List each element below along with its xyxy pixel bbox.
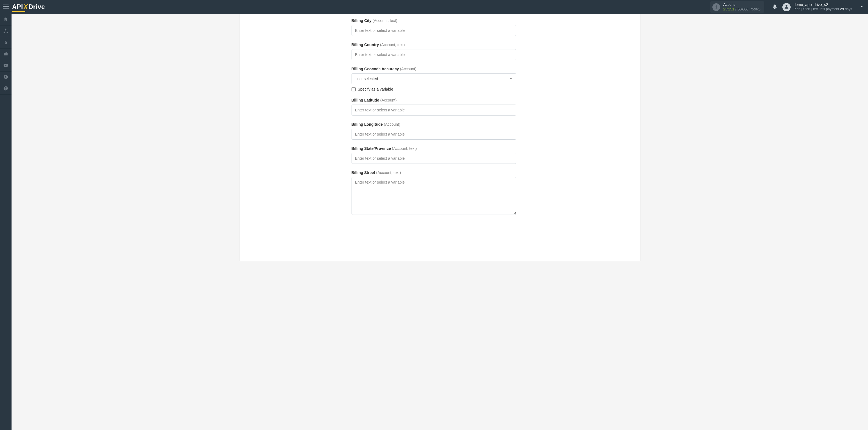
bell-icon <box>772 4 777 10</box>
label-billing-longitude: Billing Longitude (Account) <box>351 122 516 126</box>
svg-rect-1 <box>3 6 9 7</box>
label-meta: (Account, text) <box>373 19 397 23</box>
label-meta: (Account, text) <box>380 42 405 47</box>
svg-rect-0 <box>3 5 9 5</box>
user-menu[interactable]: demo_apix-drive_s2 Plan | Start | left u… <box>780 2 868 11</box>
actions-label: Actions: <box>723 2 761 7</box>
notifications-button[interactable] <box>769 4 780 10</box>
form-area: Billing City (Account, text) Billing Cou… <box>351 14 516 239</box>
dollar-icon <box>3 40 8 45</box>
user-circle-icon <box>3 74 8 80</box>
field-billing-state: Billing State/Province (Account, text) <box>351 146 516 164</box>
actions-percent: (50%) <box>749 7 761 11</box>
plan-mid: | left until payment <box>811 7 839 11</box>
avatar <box>782 3 790 11</box>
home-icon <box>3 17 8 23</box>
label-billing-state: Billing State/Province (Account, text) <box>351 146 516 151</box>
user-name: demo_apix-drive_s2 <box>793 2 852 7</box>
svg-rect-6 <box>7 32 8 33</box>
input-billing-country[interactable] <box>351 49 516 60</box>
svg-rect-5 <box>4 32 5 33</box>
plan-prefix: Plan | <box>793 7 802 11</box>
actions-row: 25'151/50'000 (50%) <box>723 7 761 12</box>
label-billing-geocode: Billing Geocode Accuracy (Account) <box>351 67 516 71</box>
form-card: Billing City (Account, text) Billing Cou… <box>240 14 640 261</box>
svg-rect-2 <box>3 8 9 8</box>
sidebar-item-help[interactable] <box>0 83 11 95</box>
sidebar-item-home[interactable] <box>0 14 11 26</box>
label-text: Billing Street <box>351 171 375 175</box>
input-billing-state[interactable] <box>351 153 516 164</box>
label-meta: (Account, text) <box>392 146 416 151</box>
select-billing-geocode-accuracy[interactable]: - not selected - <box>351 73 516 84</box>
label-text: Billing Country <box>351 42 379 47</box>
label-meta: (Account) <box>400 67 416 71</box>
sidebar-item-tutorials[interactable] <box>0 60 11 72</box>
label-meta: (Account, text) <box>376 171 401 175</box>
brand-logo[interactable]: API X Drive <box>12 3 45 11</box>
question-icon <box>3 86 8 92</box>
input-billing-city[interactable] <box>351 25 516 36</box>
briefcase-icon <box>3 51 8 57</box>
page-shell: Billing City (Account, text) Billing Cou… <box>235 14 645 261</box>
actions-total: 50'000 <box>737 7 748 11</box>
actions-sep: / <box>734 7 738 11</box>
sidebar-item-connections[interactable] <box>0 26 11 37</box>
svg-rect-4 <box>5 29 7 30</box>
actions-used: 25'151 <box>723 7 734 11</box>
actions-counter[interactable]: i Actions: 25'151/50'000 (50%) <box>710 1 765 13</box>
logo-x: X <box>23 3 29 11</box>
checkbox-input[interactable] <box>351 87 355 91</box>
label-text: Billing Geocode Accuracy <box>351 67 399 71</box>
menu-toggle[interactable] <box>0 4 11 10</box>
sitemap-icon <box>3 28 8 34</box>
svg-point-11 <box>5 89 6 90</box>
youtube-icon <box>3 63 8 69</box>
field-billing-latitude: Billing Latitude (Account) <box>351 98 516 116</box>
label-text: Billing City <box>351 19 372 23</box>
chevron-down-icon <box>860 5 864 9</box>
user-text: demo_apix-drive_s2 Plan | Start | left u… <box>793 2 852 11</box>
label-billing-city: Billing City (Account, text) <box>351 19 516 23</box>
plan-name: Start <box>803 7 810 11</box>
label-billing-street: Billing Street (Account, text) <box>351 171 516 175</box>
label-billing-latitude: Billing Latitude (Account) <box>351 98 516 102</box>
svg-point-9 <box>5 76 7 77</box>
sidebar <box>0 14 11 430</box>
field-billing-country: Billing Country (Account, text) <box>351 42 516 60</box>
checkbox-label: Specify as a variable <box>358 87 393 91</box>
textarea-billing-street[interactable] <box>351 177 516 215</box>
input-billing-longitude[interactable] <box>351 129 516 140</box>
logo-api: API <box>12 3 23 11</box>
user-plan-line: Plan | Start | left until payment 29 day… <box>793 7 852 11</box>
field-billing-city: Billing City (Account, text) <box>351 19 516 36</box>
svg-point-3 <box>786 5 787 7</box>
label-meta: (Account) <box>384 122 400 126</box>
field-billing-geocode-accuracy: Billing Geocode Accuracy (Account) - not… <box>351 67 516 91</box>
user-icon <box>784 4 789 10</box>
logo-drive: Drive <box>29 3 45 11</box>
label-text: Billing Longitude <box>351 122 383 126</box>
actions-text: Actions: 25'151/50'000 (50%) <box>723 2 761 12</box>
label-text: Billing Latitude <box>351 98 379 102</box>
label-billing-country: Billing Country (Account, text) <box>351 42 516 47</box>
plan-suffix: days <box>845 7 852 11</box>
info-icon: i <box>712 3 720 11</box>
plan-days: 29 <box>840 7 844 11</box>
sidebar-item-marketplace[interactable] <box>0 49 11 60</box>
sidebar-item-account[interactable] <box>0 72 11 83</box>
field-billing-longitude: Billing Longitude (Account) <box>351 122 516 140</box>
main-viewport[interactable]: Billing City (Account, text) Billing Cou… <box>11 14 868 430</box>
select-wrap-billing-geocode: - not selected - <box>351 73 516 84</box>
label-text: Billing State/Province <box>351 146 391 151</box>
input-billing-latitude[interactable] <box>351 104 516 116</box>
field-billing-street: Billing Street (Account, text) <box>351 171 516 216</box>
label-meta: (Account) <box>380 98 397 102</box>
topbar: API X Drive i Actions: 25'151/50'000 (50… <box>0 0 868 14</box>
hamburger-icon <box>3 4 9 10</box>
checkbox-specify-as-variable[interactable]: Specify as a variable <box>351 87 516 91</box>
sidebar-item-billing[interactable] <box>0 37 11 49</box>
